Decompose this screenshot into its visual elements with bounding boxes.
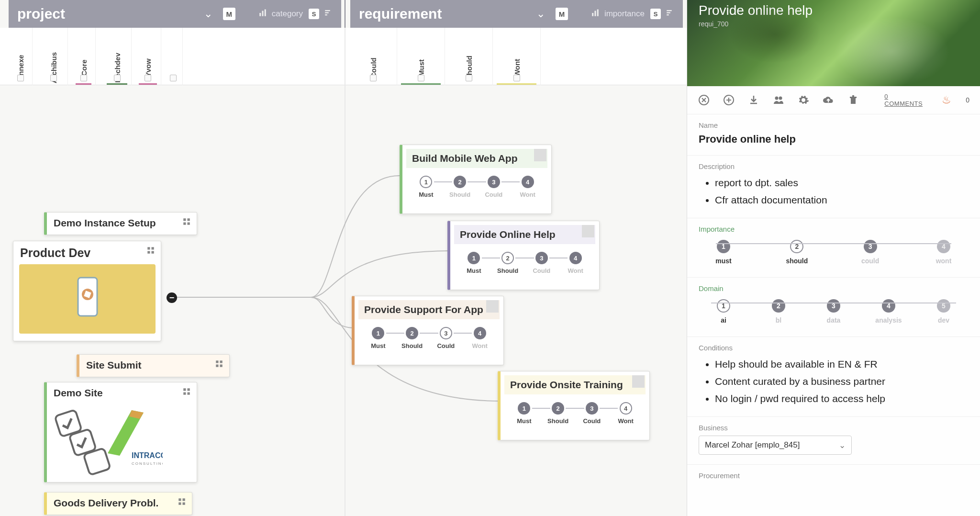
svg-text:CONSULTING: CONSULTING	[132, 461, 163, 466]
details-toolbar: 0 COMMENTS ♨ 0	[687, 86, 980, 114]
note-icon[interactable]	[534, 149, 546, 161]
collapse-node-icon[interactable]: −	[167, 292, 177, 303]
checkbox-icon[interactable]	[370, 75, 377, 81]
header-requirement-title: requirement	[359, 6, 442, 22]
conditions-list[interactable]: Help should be available in EN & FR Cont…	[699, 356, 969, 407]
checkbox-icon[interactable]	[17, 75, 24, 81]
trash-icon[interactable]	[847, 93, 859, 107]
chevron-down-icon[interactable]: ⌄	[536, 8, 545, 20]
header-project: project ⌄ M category S	[9, 0, 341, 28]
badge-s[interactable]: S	[309, 9, 319, 19]
svg-rect-41	[183, 503, 185, 505]
importance-scale[interactable]: 1Must 2Should 3Could 4Wont	[355, 323, 503, 356]
catcol-could[interactable]: Could	[349, 28, 397, 85]
catcol-rechdev[interactable]: Rechdev	[103, 28, 132, 85]
catcol-wont[interactable]: Wont	[493, 28, 541, 85]
card-build-mobile[interactable]: Build Mobile Web App 1Must 2Should 3Coul…	[400, 145, 552, 214]
catcol-core[interactable]: Core	[72, 28, 96, 85]
note-icon[interactable]	[486, 300, 499, 313]
badge-m[interactable]: M	[223, 8, 235, 20]
checkbox-icon[interactable]	[170, 75, 177, 81]
card-site-submit[interactable]: Site Submit	[77, 354, 230, 377]
checkbox-icon[interactable]	[466, 75, 472, 81]
gear-icon[interactable]	[797, 93, 810, 107]
flame-icon[interactable]: ♨	[942, 94, 951, 106]
grid-icon[interactable]	[145, 245, 156, 256]
card-online-help[interactable]: Provide Online Help 1Must 2Should 3Could…	[447, 221, 600, 290]
bar-chart-icon[interactable]	[258, 9, 267, 20]
domain-scale[interactable]: 1ai 2bl 3data 4analysis 5dev	[699, 296, 969, 327]
importance-scale[interactable]: 1must 2should 3could 4wont	[699, 237, 969, 268]
section-conditions: Conditions Help should be available in E…	[687, 337, 980, 417]
grid-icon[interactable]	[214, 359, 224, 369]
bar-chart-icon[interactable]	[591, 9, 600, 20]
importance-scale[interactable]: 1Must 2Should 3Could 4Wont	[402, 172, 551, 205]
card-title: Build Mobile Web App	[406, 149, 547, 168]
sort-icon[interactable]	[324, 9, 333, 20]
card-demo-site[interactable]: Demo Site INTRACO CONSULTING	[44, 382, 197, 482]
details-code: requi_700	[699, 20, 969, 28]
chevron-down-icon[interactable]: ⌄	[204, 8, 212, 20]
note-icon[interactable]	[582, 225, 594, 237]
business-select[interactable]: Marcel Zohar [emplo_845] ⌄	[699, 436, 852, 455]
checkbox-icon[interactable]	[80, 75, 87, 81]
svg-text:INTRACO: INTRACO	[132, 451, 163, 460]
catcol-yvow[interactable]: Yvow	[135, 28, 161, 85]
checkbox-icon[interactable]	[418, 75, 424, 81]
chevron-down-icon: ⌄	[839, 440, 846, 450]
catcol-annexe[interactable]: Annexe	[9, 28, 33, 85]
canvas-zone[interactable]: project ⌄ M category S requirement ⌄ M i…	[0, 0, 687, 516]
close-icon[interactable]	[698, 93, 710, 107]
grid-icon[interactable]	[181, 216, 192, 227]
details-panel: Provide online help requi_700 0 COMMENTS…	[687, 0, 980, 516]
checkbox-icon[interactable]	[145, 75, 151, 81]
badge-s[interactable]: S	[650, 9, 661, 19]
importance-scale[interactable]: 1Must 2Should 3Could 4Wont	[450, 248, 599, 281]
card-demo-instance[interactable]: Demo Instance Setup	[44, 212, 197, 235]
card-product-dev[interactable]: Product Dev	[13, 241, 161, 341]
catcol-empty[interactable]	[164, 28, 183, 85]
vertical-midline	[345, 28, 345, 516]
catcol-must[interactable]: Must	[397, 28, 445, 85]
card-onsite-training[interactable]: Provide Onsite Training 1Must 2Should 3C…	[498, 371, 650, 440]
cloud-upload-icon[interactable]	[822, 93, 835, 107]
checkbox-icon[interactable]	[50, 75, 57, 81]
svg-rect-39	[183, 498, 185, 501]
description-list[interactable]: report to dpt. sales Cfr attach document…	[699, 174, 969, 208]
download-icon[interactable]	[747, 93, 760, 107]
list-item: Cfr attach documentation	[715, 191, 969, 209]
svg-rect-3	[325, 10, 330, 11]
svg-rect-24	[220, 360, 223, 363]
svg-rect-1	[262, 11, 263, 16]
card-goods-delivery[interactable]: Goods Delivery Probl.	[44, 492, 192, 515]
grid-icon[interactable]	[181, 386, 192, 397]
grid-icon[interactable]	[177, 496, 187, 507]
section-business: Business Marcel Zohar [emplo_845] ⌄	[687, 417, 980, 465]
svg-rect-4	[325, 12, 329, 13]
field-label: Domain	[699, 284, 969, 292]
svg-rect-25	[216, 365, 218, 367]
sort-icon[interactable]	[666, 9, 674, 20]
category-strip: Annexe Archibus Core Rechdev Yvow Could …	[0, 28, 687, 85]
card-title: Site Submit	[79, 355, 229, 376]
checkbox-icon[interactable]	[513, 75, 520, 81]
comments-link[interactable]: 0 COMMENTS	[884, 93, 923, 107]
plus-icon[interactable]	[723, 93, 735, 107]
select-value: Marcel Zohar [emplo_845]	[705, 440, 800, 450]
people-icon[interactable]	[772, 93, 785, 107]
name-value[interactable]: Provide online help	[699, 133, 969, 146]
importance-scale[interactable]: 1Must 2Should 3Could 4Wont	[501, 398, 649, 431]
field-label: Name	[699, 121, 969, 129]
section-description: Description report to dpt. sales Cfr att…	[687, 156, 980, 218]
card-support-app[interactable]: Provide Support For App 1Must 2Should 3C…	[352, 296, 504, 365]
catcol-should[interactable]: Should	[445, 28, 493, 85]
catcol-archibus[interactable]: Archibus	[39, 28, 68, 85]
checkbox-icon[interactable]	[114, 75, 121, 81]
badge-m[interactable]: M	[556, 8, 568, 20]
note-icon[interactable]	[632, 375, 645, 388]
svg-rect-10	[667, 12, 670, 13]
svg-rect-19	[152, 251, 154, 254]
section-importance: Importance 1must 2should 3could 4wont	[687, 218, 980, 278]
underline	[139, 83, 157, 85]
svg-rect-11	[667, 14, 669, 15]
